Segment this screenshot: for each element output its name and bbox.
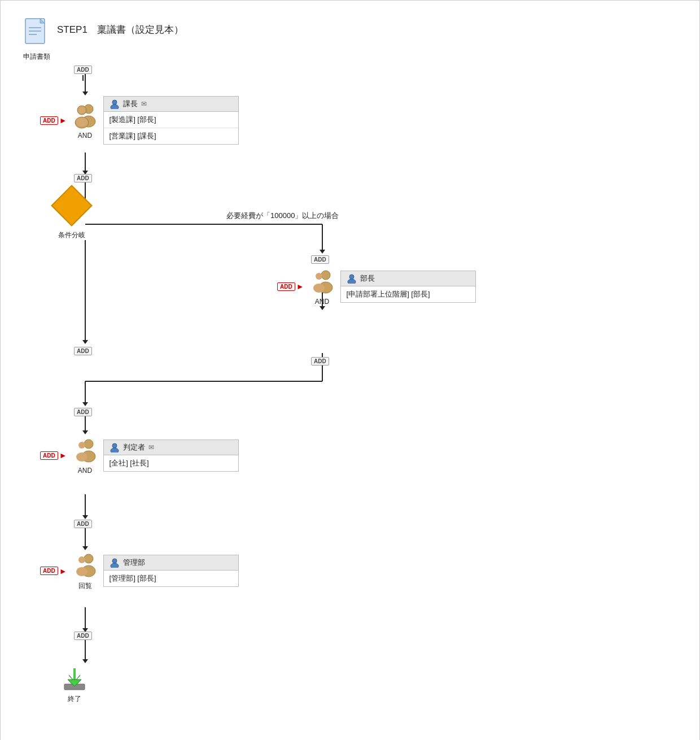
diamond-shape [51, 185, 93, 227]
and1-row-0: [製造課] [部長] [104, 112, 238, 128]
review-step-node: 回覧 [71, 551, 100, 591]
and3-card-title: 判定者 [123, 442, 145, 452]
flow-diagram: ADD ADD ► [23, 65, 677, 740]
and2-node-area: ADD ► AND [277, 267, 476, 306]
mail-icon-and3: ✉ [148, 443, 154, 451]
add-button-2[interactable]: ADD [74, 173, 92, 182]
svg-point-38 [112, 100, 117, 105]
and2-card: 部長 [申請部署上位階層] [部長] [340, 271, 476, 303]
svg-point-44 [349, 275, 354, 279]
review-card: 管理部 [管理部] [部長] [103, 555, 239, 587]
and2-row-0: [申請部署上位階層] [部長] [341, 286, 475, 302]
review-row-0: [管理部] [部長] [104, 571, 238, 586]
end-icon [60, 664, 89, 693]
review-left-add[interactable]: ADD ► [40, 567, 67, 576]
and1-card-title: 課長 [123, 99, 138, 109]
person-icon-review [110, 558, 120, 568]
svg-point-54 [78, 556, 85, 563]
add-button-5[interactable]: ADD [74, 631, 92, 640]
end-node: 終了 [60, 664, 89, 704]
doc-icon-area: 申請書類 [23, 18, 50, 62]
header: 申請書類 STEP1 稟議書（設定見本） [23, 18, 677, 62]
svg-point-50 [112, 443, 117, 448]
and1-node-area: ADD ► AND [40, 96, 239, 145]
svg-point-51 [111, 448, 119, 452]
page-title: STEP1 稟議書（設定見本） [57, 18, 183, 36]
document-icon [23, 18, 50, 49]
and3-card: 判定者 ✉ [全社] [社長] [103, 439, 239, 472]
and1-card-header: 課長 ✉ [104, 97, 238, 112]
add-button-4[interactable]: ADD [74, 519, 92, 528]
and2-left-add[interactable]: ADD ► [277, 282, 304, 291]
svg-point-56 [112, 559, 117, 563]
svg-point-37 [76, 117, 88, 127]
and2-label: AND [315, 298, 329, 306]
review-people-icon [71, 551, 100, 580]
review-node-area: ADD ► 回覧 [40, 551, 239, 591]
and2-step-node: AND [308, 267, 337, 306]
svg-point-43 [313, 284, 325, 293]
and1-row-1: [営業課] [課長] [104, 128, 238, 144]
add-button-right-bottom[interactable]: ADD [311, 356, 329, 365]
and3-people-icon [71, 436, 100, 465]
and3-left-add[interactable]: ADD ► [40, 451, 67, 460]
condition-node-area: 条件分岐 [57, 186, 86, 240]
svg-point-49 [76, 452, 88, 462]
add-button-merge[interactable]: ADD [74, 407, 92, 416]
condition-label-text: 条件分岐 [58, 230, 85, 240]
workflow-page: 申請書類 STEP1 稟議書（設定見本） [0, 0, 700, 740]
review-label: 回覧 [78, 581, 92, 591]
svg-point-36 [78, 107, 85, 114]
review-card-header: 管理部 [104, 555, 238, 571]
svg-point-46 [84, 439, 93, 449]
add-button-left-branch[interactable]: ADD [74, 346, 92, 355]
and3-step-node: AND [71, 436, 100, 475]
condition-description: 必要経費が「100000」以上の場合 [226, 211, 339, 221]
svg-point-42 [316, 273, 322, 280]
and1-label: AND [78, 132, 92, 140]
svg-point-55 [76, 567, 88, 576]
svg-point-45 [348, 279, 356, 284]
and2-people-icon [308, 267, 337, 297]
and3-card-header: 判定者 ✉ [104, 440, 238, 455]
and1-card: 課長 ✉ [製造課] [部長] [営業課] [課長] [103, 96, 239, 145]
and3-label: AND [78, 467, 92, 475]
person-icon-and1 [110, 99, 120, 109]
and1-left-add[interactable]: ADD ► [40, 116, 67, 125]
and2-card-header: 部長 [341, 271, 475, 286]
person-icon-and2 [347, 273, 357, 284]
review-card-title: 管理部 [123, 558, 145, 568]
and2-card-title: 部長 [360, 273, 375, 284]
and3-node-area: ADD ► AND [40, 436, 239, 475]
svg-point-52 [84, 554, 93, 563]
svg-point-48 [78, 442, 85, 449]
and1-people-icon [71, 101, 100, 130]
and3-row-0: [全社] [社長] [104, 455, 238, 471]
mail-icon-and1: ✉ [141, 100, 147, 108]
svg-point-40 [321, 271, 330, 280]
person-icon-and3 [110, 442, 120, 452]
and1-step-node: AND [71, 101, 100, 140]
svg-point-39 [111, 105, 119, 109]
svg-point-57 [111, 563, 119, 568]
doc-label: 申請書類 [23, 52, 50, 62]
end-label: 終了 [68, 694, 81, 704]
add-button-right-top[interactable]: ADD [311, 255, 329, 264]
add-button-top[interactable]: ADD [74, 65, 92, 82]
